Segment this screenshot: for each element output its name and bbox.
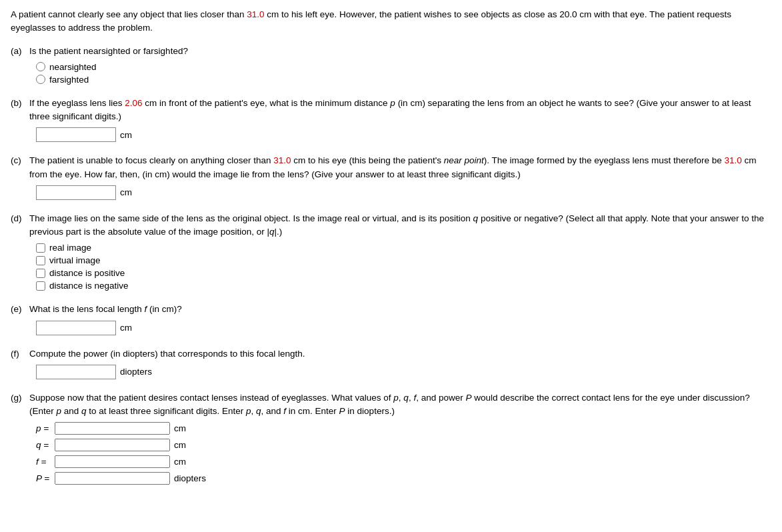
radio-farsighted[interactable]	[36, 75, 45, 84]
section-f-question: Compute the power (in diopters) that cor…	[29, 347, 305, 361]
section-f-unit: diopters	[120, 367, 152, 377]
section-g-f-input[interactable]	[55, 455, 170, 468]
checkbox-negative-label[interactable]: distance is negative	[36, 281, 771, 291]
section-c-input-row: cm	[36, 185, 771, 200]
section-f-label: (f) Compute the power (in diopters) that…	[11, 347, 771, 361]
part-letter-c: (c)	[11, 154, 25, 181]
section-d: (d) The image lies on the same side of t…	[11, 212, 771, 291]
checkbox-positive-label[interactable]: distance is positive	[36, 268, 771, 278]
part-letter-g: (g)	[11, 391, 25, 419]
section-g-content: p = cm q = cm f = cm P = diopters	[11, 422, 771, 485]
radio-nearsighted-text: nearsighted	[49, 62, 97, 72]
section-g-label: (g) Suppose now that the patient desires…	[11, 391, 771, 419]
section-b: (b) If the eyeglass lens lies 2.06 cm in…	[11, 97, 771, 143]
part-letter-f: (f)	[11, 347, 25, 361]
section-g-P-row: P = diopters	[36, 472, 771, 485]
section-d-question: The image lies on the same side of the l…	[29, 212, 771, 239]
section-e-input[interactable]	[36, 321, 116, 335]
section-g: (g) Suppose now that the patient desires…	[11, 391, 771, 485]
section-g-p-row: p = cm	[36, 422, 771, 435]
part-letter-e: (e)	[11, 303, 25, 316]
section-b-unit: cm	[120, 130, 132, 140]
section-g-q-row: q = cm	[36, 439, 771, 451]
section-g-f-row: f = cm	[36, 455, 771, 468]
section-f-input[interactable]	[36, 365, 116, 379]
section-f-content: diopters	[11, 365, 771, 379]
checkbox-virtual-text: virtual image	[49, 255, 101, 265]
section-e-input-row: cm	[36, 321, 771, 335]
section-e: (e) What is the lens focal length f (in …	[11, 303, 771, 335]
section-f: (f) Compute the power (in diopters) that…	[11, 347, 771, 379]
part-letter-a: (a)	[11, 45, 25, 58]
g-p-label: p =	[36, 423, 51, 433]
checkbox-negative-text: distance is negative	[49, 281, 129, 291]
section-g-P-input[interactable]	[55, 472, 170, 485]
section-c-content: cm	[11, 185, 771, 200]
radio-nearsighted[interactable]	[36, 62, 45, 71]
section-c-input[interactable]	[36, 185, 116, 200]
checkbox-positive[interactable]	[36, 269, 45, 278]
checkbox-real-text: real image	[49, 243, 91, 253]
checkbox-real-label[interactable]: real image	[36, 243, 771, 253]
g-p-unit: cm	[174, 423, 186, 433]
g-f-label: f =	[36, 457, 51, 467]
checkbox-virtual-label[interactable]: virtual image	[36, 255, 771, 265]
radio-farsighted-text: farsighted	[49, 75, 89, 85]
section-b-label: (b) If the eyeglass lens lies 2.06 cm in…	[11, 97, 771, 124]
checkbox-group-d: real image virtual image distance is pos…	[11, 243, 771, 291]
section-e-question: What is the lens focal length f (in cm)?	[29, 303, 182, 316]
intro-text: A patient cannot clearly see any object …	[11, 8, 771, 35]
section-d-label: (d) The image lies on the same side of t…	[11, 212, 771, 239]
section-g-q-input[interactable]	[55, 439, 170, 451]
section-c-question: The patient is unable to focus clearly o…	[29, 154, 771, 181]
section-c: (c) The patient is unable to focus clear…	[11, 154, 771, 200]
section-g-p-input[interactable]	[55, 422, 170, 435]
checkbox-real[interactable]	[36, 243, 45, 253]
g-P-unit: diopters	[174, 473, 206, 483]
section-f-input-row: diopters	[36, 365, 771, 379]
section-a-question: Is the patient nearsighted or farsighted…	[29, 45, 188, 58]
radio-farsighted-label[interactable]: farsighted	[36, 75, 771, 85]
section-c-label: (c) The patient is unable to focus clear…	[11, 154, 771, 181]
checkbox-negative[interactable]	[36, 281, 45, 291]
g-q-label: q =	[36, 440, 51, 450]
section-b-input-row: cm	[36, 127, 771, 142]
g-q-unit: cm	[174, 440, 186, 450]
section-e-content: cm	[11, 321, 771, 335]
section-b-content: cm	[11, 127, 771, 142]
section-c-unit: cm	[120, 187, 132, 197]
g-f-unit: cm	[174, 457, 186, 467]
part-letter-d: (d)	[11, 212, 25, 239]
section-g-question: Suppose now that the patient desires con…	[29, 391, 771, 419]
section-e-unit: cm	[120, 323, 132, 333]
radio-group-a: nearsighted farsighted	[11, 62, 771, 85]
section-a: (a) Is the patient nearsighted or farsig…	[11, 45, 771, 85]
section-b-question: If the eyeglass lens lies 2.06 cm in fro…	[29, 97, 771, 124]
section-e-label: (e) What is the lens focal length f (in …	[11, 303, 771, 316]
checkbox-positive-text: distance is positive	[49, 268, 125, 278]
radio-nearsighted-label[interactable]: nearsighted	[36, 62, 771, 72]
checkbox-virtual[interactable]	[36, 256, 45, 265]
section-b-input[interactable]	[36, 127, 116, 142]
value-31: 31.0	[247, 9, 264, 19]
section-a-label: (a) Is the patient nearsighted or farsig…	[11, 45, 771, 58]
g-P-label: P =	[36, 473, 51, 483]
part-letter-b: (b)	[11, 97, 25, 124]
